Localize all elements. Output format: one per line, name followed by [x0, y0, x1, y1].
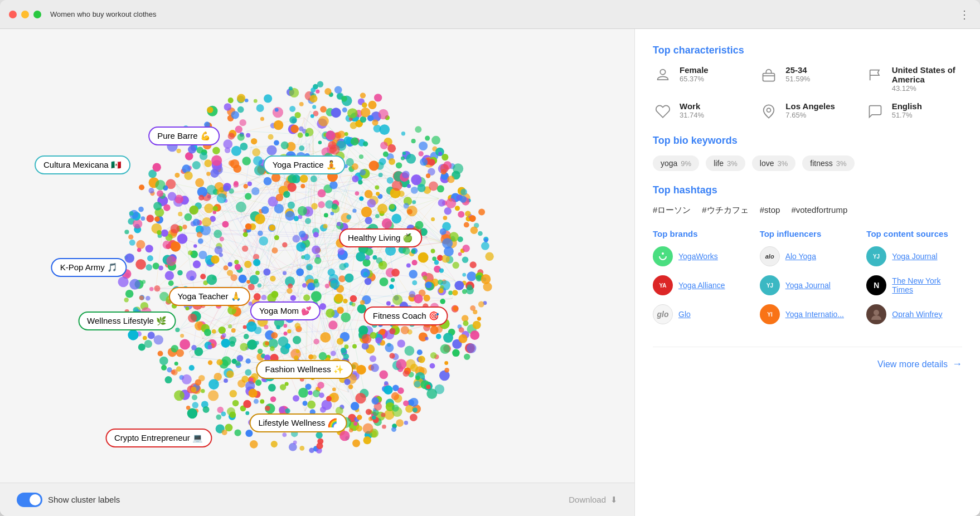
source-name-nyt[interactable]: The New York Times — [892, 276, 962, 294]
svg-point-1108 — [261, 295, 267, 300]
svg-point-1233 — [217, 193, 227, 203]
yogaworks-logo — [653, 246, 673, 266]
cluster-label[interactable]: Pure Barre 💪 — [148, 126, 220, 145]
svg-point-1164 — [258, 349, 263, 354]
char-item-age: 25-34 51.59% — [759, 65, 856, 93]
svg-point-954 — [343, 299, 348, 304]
svg-point-1280 — [326, 396, 332, 401]
download-button[interactable]: Download ⬇ — [569, 495, 618, 505]
svg-point-1151 — [389, 284, 394, 289]
svg-point-1316 — [319, 393, 324, 398]
svg-point-654 — [401, 157, 405, 160]
svg-point-470 — [254, 399, 259, 404]
close-button[interactable] — [9, 11, 17, 18]
svg-point-1055 — [175, 328, 179, 332]
maximize-button[interactable] — [33, 11, 41, 18]
menu-dots-icon[interactable]: ⋮ — [959, 8, 971, 21]
oprah-logo — [866, 304, 886, 324]
influencer-name-alo-yoga[interactable]: Alo Yoga — [785, 252, 816, 261]
svg-point-564 — [290, 125, 299, 133]
source-name-oprah[interactable]: Oprah Winfrey — [892, 310, 942, 319]
minimize-button[interactable] — [21, 11, 29, 18]
svg-point-1078 — [351, 138, 359, 146]
svg-point-1058 — [149, 188, 154, 193]
nyt-logo: N — [866, 275, 886, 295]
svg-point-1019 — [407, 184, 411, 188]
svg-point-1288 — [221, 339, 230, 348]
brand-name-glo[interactable]: Glo — [678, 310, 691, 319]
svg-point-829 — [136, 240, 145, 249]
svg-point-1059 — [204, 329, 211, 336]
cluster-label[interactable]: Healthy Living 🍏 — [339, 228, 422, 247]
cluster-label[interactable]: Yoga Practice 🧘 — [264, 155, 346, 174]
svg-point-676 — [235, 126, 242, 133]
heart-icon — [653, 101, 673, 121]
svg-point-1375 — [352, 440, 360, 447]
svg-point-792 — [391, 392, 399, 400]
brand-name-yoga-alliance[interactable]: Yoga Alliance — [678, 281, 725, 290]
keyword-yoga-pct: 9% — [681, 159, 691, 168]
svg-point-849 — [356, 425, 362, 431]
svg-point-1370 — [255, 341, 259, 345]
source-name-yoga-journal[interactable]: Yoga Journal — [892, 252, 937, 261]
cluster-label[interactable]: Cultura Mexicana 🇲🇽 — [35, 155, 130, 174]
svg-point-1086 — [478, 209, 485, 216]
svg-point-430 — [305, 133, 309, 137]
brands-section: Top brands YogaWorks YA Yoga Alliance — [653, 229, 962, 333]
svg-point-1266 — [313, 232, 319, 237]
influencer-name-yoga-journal[interactable]: Yoga Journal — [785, 281, 831, 290]
svg-point-890 — [378, 109, 388, 119]
cluster-label[interactable]: Yoga Teacher 🙏 — [168, 287, 250, 306]
svg-point-973 — [380, 329, 385, 334]
view-more-button[interactable]: View more details → — [877, 358, 962, 370]
svg-point-816 — [165, 376, 172, 383]
svg-point-690 — [161, 365, 167, 371]
svg-point-1051 — [227, 270, 233, 276]
svg-point-1089 — [306, 264, 313, 270]
influencer-name-yoga-internatio[interactable]: Yoga Internatio... — [785, 310, 844, 319]
svg-point-1252 — [328, 141, 336, 149]
svg-point-294 — [200, 274, 206, 279]
cluster-labels-toggle[interactable] — [17, 493, 42, 507]
svg-point-569 — [431, 249, 435, 253]
svg-point-983 — [365, 255, 370, 260]
svg-point-1118 — [176, 366, 182, 372]
cluster-label[interactable]: Lifestyle Wellness 🌈 — [249, 413, 347, 432]
brand-name-yogaworks[interactable]: YogaWorks — [678, 252, 718, 261]
svg-point-1400 — [767, 108, 771, 112]
characteristics-grid: Female 65.37% 25-34 51.59% — [653, 65, 962, 121]
yoga-journal-cs-logo: YJ — [866, 246, 886, 266]
svg-point-859 — [186, 406, 190, 410]
svg-point-501 — [345, 274, 353, 283]
char-name-female: Female — [680, 65, 709, 75]
svg-point-361 — [481, 242, 489, 250]
brand-yoga-alliance: YA Yoga Alliance — [653, 275, 749, 295]
svg-point-943 — [447, 176, 454, 183]
svg-point-685 — [243, 232, 248, 237]
cluster-label[interactable]: Wellness Lifestyle 🌿 — [78, 311, 176, 330]
svg-point-1063 — [193, 260, 201, 268]
cluster-label[interactable]: Fitness Coach 🎯 — [364, 306, 448, 325]
svg-point-820 — [201, 225, 211, 236]
svg-point-1225 — [270, 346, 275, 351]
cluster-label[interactable]: Crypto Entrepreneur 💻 — [105, 429, 212, 447]
svg-point-1374 — [406, 206, 417, 216]
cluster-label[interactable]: Fashion Wellness ✨ — [256, 360, 353, 379]
svg-point-1396 — [379, 262, 383, 266]
cluster-label[interactable]: K-Pop Army 🎵 — [51, 258, 127, 277]
cluster-label[interactable]: Yoga Mom 💕 — [250, 301, 321, 320]
svg-point-888 — [233, 182, 239, 188]
svg-point-1003 — [418, 151, 423, 156]
svg-point-1387 — [118, 276, 129, 287]
svg-point-853 — [161, 230, 168, 237]
svg-point-811 — [158, 351, 163, 357]
svg-point-698 — [311, 291, 322, 301]
svg-point-783 — [425, 136, 430, 141]
svg-point-937 — [155, 180, 165, 190]
svg-point-346 — [396, 162, 402, 168]
svg-point-713 — [234, 430, 241, 436]
svg-point-606 — [251, 138, 257, 144]
svg-point-394 — [350, 295, 357, 303]
svg-point-335 — [177, 233, 188, 244]
svg-point-972 — [239, 275, 247, 283]
